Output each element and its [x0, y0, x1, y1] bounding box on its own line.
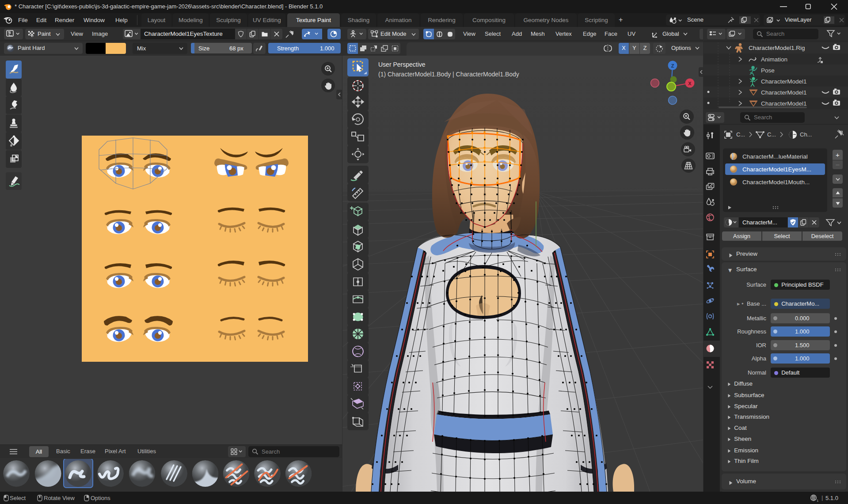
svg-text:CharacterModel1: CharacterModel1	[761, 89, 807, 96]
svg-text:CharacterModel1Mouth...: CharacterModel1Mouth...	[742, 179, 810, 186]
svg-text:CharacterModel1: CharacterModel1	[761, 100, 807, 107]
svg-text:CharacterModel1: CharacterModel1	[761, 78, 807, 85]
svg-text:CharacterM...lueMaterial: CharacterM...lueMaterial	[742, 153, 808, 160]
svg-text:CharacterModel1EyesM...: CharacterModel1EyesM...	[742, 166, 811, 173]
svg-text:Pose: Pose	[761, 67, 775, 74]
svg-text:C...: C...	[767, 131, 776, 138]
svg-text:Z: Z	[671, 63, 674, 68]
svg-text:Ch...: Ch...	[800, 131, 812, 138]
svg-text:C...: C...	[736, 131, 745, 138]
svg-text:CharacterModel1.Rig: CharacterModel1.Rig	[749, 45, 805, 51]
svg-text:Animation: Animation	[761, 56, 787, 63]
svg-text:1: 1	[817, 499, 819, 502]
svg-text:X: X	[688, 81, 692, 86]
